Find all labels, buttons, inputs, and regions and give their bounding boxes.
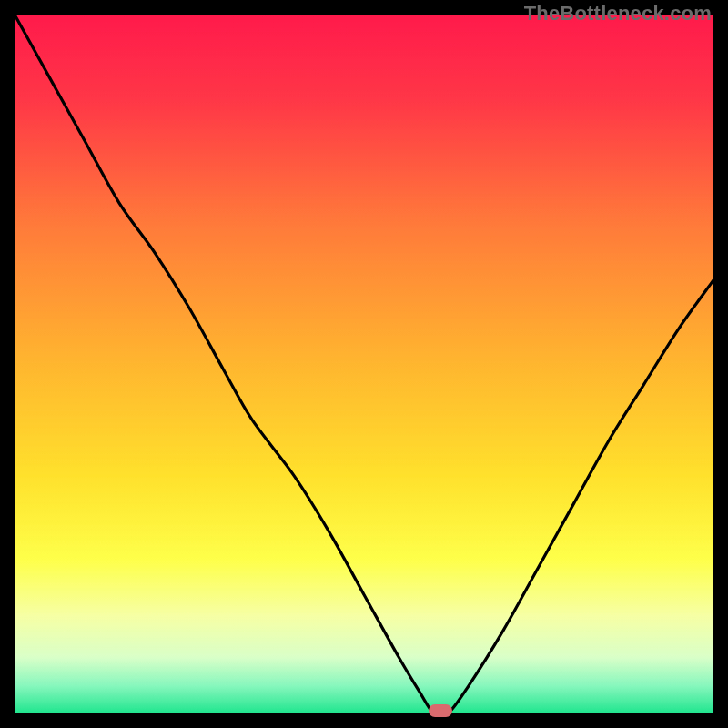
bottleneck-curve [15,15,713,713]
optimal-marker [429,704,452,717]
plot-area [15,15,713,713]
chart-frame: TheBottleneck.com [0,0,728,728]
watermark-text: TheBottleneck.com [524,2,712,25]
